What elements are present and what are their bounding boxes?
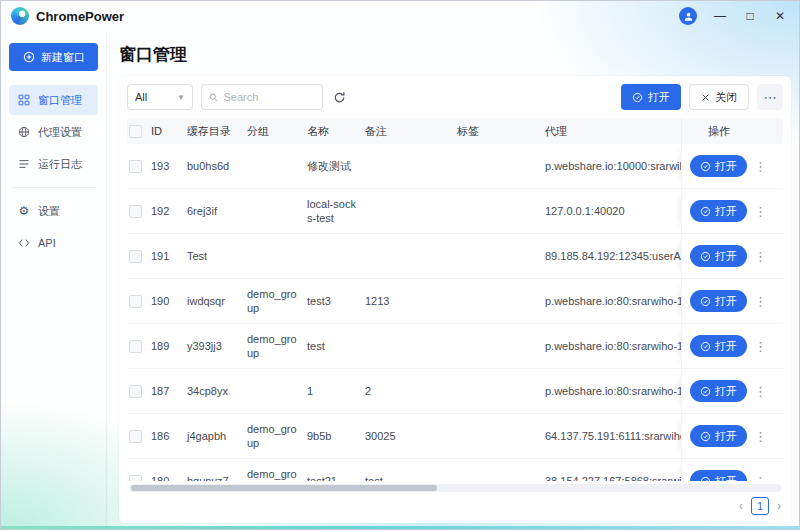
- cell-tags: [457, 279, 545, 323]
- cell-operation: 打开 ⋮: [681, 144, 783, 188]
- cell-name: 修改测试: [307, 144, 365, 188]
- close-button[interactable]: 关闭: [689, 84, 749, 110]
- cell-id: 186: [151, 414, 187, 458]
- cell-tags: [457, 414, 545, 458]
- sidebar-item-settings[interactable]: ⚙ 设置: [9, 196, 98, 226]
- col-header-operation: 操作: [681, 118, 783, 144]
- row-open-button[interactable]: 打开: [690, 425, 747, 447]
- search-input[interactable]: [224, 91, 316, 103]
- prev-page-button[interactable]: ‹: [739, 499, 743, 513]
- cell-name: local-socks-test: [307, 189, 365, 233]
- cell-id: 189: [151, 324, 187, 368]
- cell-name: test: [307, 324, 365, 368]
- next-page-button[interactable]: ›: [777, 499, 781, 513]
- sidebar-item-proxy-settings[interactable]: 代理设置: [9, 117, 98, 147]
- row-open-button[interactable]: 打开: [690, 245, 747, 267]
- row-open-button[interactable]: 打开: [690, 335, 747, 357]
- sidebar-divider: [11, 187, 96, 188]
- cell-cache-dir: 6rej3if: [187, 189, 247, 233]
- row-more-icon[interactable]: ⋮: [754, 295, 767, 308]
- row-checkbox[interactable]: [129, 250, 142, 263]
- row-open-button[interactable]: 打开: [690, 470, 747, 481]
- table-row: 193 bu0hs6d 修改测试 p.webshare.io:10000:sra…: [127, 144, 783, 189]
- row-checkbox[interactable]: [129, 385, 142, 398]
- cell-group: demo_group: [247, 414, 307, 458]
- row-open-button[interactable]: 打开: [690, 155, 747, 177]
- row-checkbox[interactable]: [129, 475, 142, 482]
- content-panel: All ▼ 打开: [119, 76, 791, 523]
- select-all-checkbox[interactable]: [129, 125, 142, 138]
- cell-cache-dir: bu0hs6d: [187, 144, 247, 188]
- open-icon: [632, 92, 643, 103]
- horizontal-scrollbar-thumb[interactable]: [131, 485, 437, 491]
- row-open-label: 打开: [715, 429, 737, 444]
- row-open-button[interactable]: 打开: [690, 200, 747, 222]
- cell-cache-dir: 34cp8yx: [187, 369, 247, 413]
- cell-operation: 打开 ⋮: [681, 234, 783, 278]
- cell-remark: [365, 144, 457, 188]
- row-more-icon[interactable]: ⋮: [754, 250, 767, 263]
- open-icon: [700, 386, 711, 397]
- cell-tags: [457, 144, 545, 188]
- globe-icon: [17, 126, 31, 138]
- row-more-icon[interactable]: ⋮: [754, 205, 767, 218]
- sidebar-item-api[interactable]: API: [9, 228, 98, 258]
- cell-proxy: 38.154.227.167:5868:srarwiho:atonup: [545, 459, 681, 481]
- row-more-icon[interactable]: ⋮: [754, 430, 767, 443]
- row-more-icon[interactable]: ⋮: [754, 340, 767, 353]
- row-more-icon[interactable]: ⋮: [754, 475, 767, 482]
- cell-remark: 30025: [365, 414, 457, 458]
- row-open-label: 打开: [715, 294, 737, 309]
- cell-remark: [365, 189, 457, 233]
- new-window-label: 新建窗口: [41, 50, 85, 65]
- close-window-button[interactable]: ✕: [773, 10, 787, 22]
- table-body: 193 bu0hs6d 修改测试 p.webshare.io:10000:sra…: [127, 144, 783, 481]
- open-icon: [700, 206, 711, 217]
- row-checkbox[interactable]: [129, 430, 142, 443]
- row-more-icon[interactable]: ⋮: [754, 160, 767, 173]
- cell-group: [247, 234, 307, 278]
- cell-name: test21: [307, 459, 365, 481]
- row-open-button[interactable]: 打开: [690, 380, 747, 402]
- row-checkbox[interactable]: [129, 340, 142, 353]
- row-checkbox[interactable]: [129, 205, 142, 218]
- person-icon: [683, 11, 694, 22]
- open-button[interactable]: 打开: [621, 84, 681, 110]
- cell-operation: 打开 ⋮: [681, 414, 783, 458]
- table-row: 190 iwdqsqr demo_group test3 1213 p.webs…: [127, 279, 783, 324]
- open-icon: [700, 431, 711, 442]
- cell-id: 187: [151, 369, 187, 413]
- sidebar-item-window-management[interactable]: 窗口管理: [9, 85, 98, 115]
- cell-proxy: 89.185.84.192:12345:userAazd312:pa: [545, 234, 681, 278]
- user-avatar[interactable]: [679, 7, 697, 25]
- row-open-label: 打开: [715, 474, 737, 482]
- cell-tags: [457, 189, 545, 233]
- cell-remark: 1213: [365, 279, 457, 323]
- maximize-button[interactable]: □: [743, 10, 757, 22]
- cell-name: test3: [307, 279, 365, 323]
- sidebar-item-label: 设置: [38, 204, 60, 219]
- open-icon: [700, 476, 711, 482]
- cell-group: demo_group: [247, 279, 307, 323]
- refresh-button[interactable]: [331, 89, 348, 106]
- row-more-icon[interactable]: ⋮: [754, 385, 767, 398]
- row-open-button[interactable]: 打开: [690, 290, 747, 312]
- cell-id: 192: [151, 189, 187, 233]
- minimize-button[interactable]: —: [713, 10, 727, 22]
- cell-operation: 打开 ⋮: [681, 189, 783, 233]
- cell-tags: [457, 459, 545, 481]
- cell-proxy: 64.137.75.191:6111:srarwiho:atonupx: [545, 414, 681, 458]
- table-row: 191 Test 89.185.84.192:12345:userAazd312…: [127, 234, 783, 279]
- titlebar: ChromePower — □ ✕: [1, 1, 799, 31]
- more-button[interactable]: ⋯: [757, 84, 783, 110]
- new-window-button[interactable]: 新建窗口: [9, 43, 98, 71]
- row-checkbox[interactable]: [129, 295, 142, 308]
- sidebar-item-run-logs[interactable]: 运行日志: [9, 149, 98, 179]
- filter-select[interactable]: All ▼: [127, 84, 193, 110]
- row-checkbox[interactable]: [129, 160, 142, 173]
- current-page-button[interactable]: 1: [751, 497, 769, 515]
- horizontal-scrollbar[interactable]: [129, 484, 781, 492]
- cell-remark: [365, 234, 457, 278]
- cell-operation: 打开 ⋮: [681, 324, 783, 368]
- open-icon: [700, 251, 711, 262]
